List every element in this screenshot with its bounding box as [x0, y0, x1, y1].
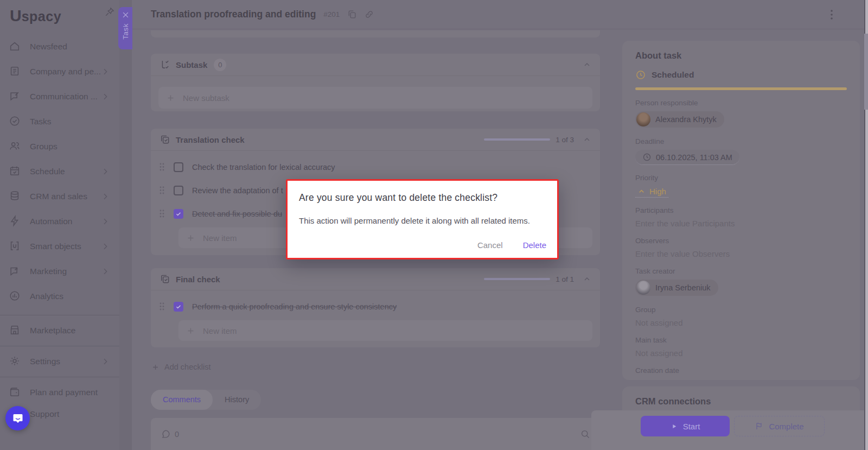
- marketplace-icon: [9, 324, 22, 337]
- about-task-title: About task: [635, 50, 847, 61]
- drag-handle-icon[interactable]: [159, 210, 164, 218]
- checklist-item-text: Check the translation for lexical accura…: [192, 163, 335, 172]
- checklist-item-text: Perform a quick proofreading and ensure …: [192, 302, 397, 311]
- chevron-up-icon[interactable]: [583, 135, 591, 144]
- crm-connections-title: CRM connections: [635, 396, 847, 407]
- sidebar-item-newsfeed[interactable]: Newsfeed: [0, 34, 119, 59]
- checklist-header: Translation check 1 of 3: [151, 129, 600, 151]
- drag-handle-icon[interactable]: [159, 163, 164, 171]
- chat-bubble-icon: [11, 412, 24, 425]
- support-chat-button[interactable]: [5, 406, 30, 430]
- sidebar-item-plan-payment[interactable]: Plan and payment: [0, 377, 119, 402]
- task-tab-label: Task: [122, 23, 130, 40]
- new-item-input[interactable]: [203, 326, 585, 335]
- sidebar-item-automation[interactable]: Automation: [0, 209, 119, 234]
- sidebar-item-marketing[interactable]: Marketing: [0, 259, 119, 284]
- delete-button[interactable]: Delete: [523, 240, 546, 250]
- delete-checklist-dialog: Are you sure you want to delete the chec…: [286, 179, 559, 259]
- subtask-icon: [159, 59, 170, 70]
- field-label: Main task: [635, 336, 847, 344]
- chevron-right-icon: [101, 217, 110, 226]
- more-options-icon[interactable]: [827, 9, 837, 21]
- tasks-icon: [9, 115, 22, 128]
- tab-history[interactable]: History: [213, 390, 261, 410]
- add-checklist-button[interactable]: Add checklist: [151, 363, 210, 371]
- close-icon[interactable]: [122, 11, 130, 19]
- sidebar-item-schedule[interactable]: Schedule: [0, 159, 119, 184]
- sidebar-item-settings[interactable]: Settings: [0, 346, 119, 371]
- chevron-up-icon[interactable]: [583, 60, 591, 69]
- field-label: Person responsible: [635, 99, 847, 107]
- sidebar-item-analytics[interactable]: Analytics: [0, 284, 119, 309]
- priority-chip[interactable]: High: [635, 186, 668, 198]
- field-label: Priority: [635, 174, 847, 182]
- sidebar-item-marketplace[interactable]: Marketplace: [0, 315, 119, 340]
- sidebar-item-groups[interactable]: Groups: [0, 134, 119, 159]
- field-label: Creation date: [635, 366, 847, 375]
- sidebar-item-label: Schedule: [30, 167, 101, 176]
- sidebar-item-smart-objects[interactable]: Smart objects: [0, 234, 119, 259]
- observers-placeholder[interactable]: Enter the value Observers: [635, 249, 847, 258]
- checklist-icon: [159, 274, 170, 284]
- analytics-icon: [9, 290, 22, 303]
- sidebar-item-tasks[interactable]: Tasks: [0, 109, 119, 134]
- comment-bubble-icon: [161, 429, 171, 439]
- avatar: [636, 112, 650, 126]
- status-row: Scheduled: [635, 69, 847, 80]
- scrollbar-thumb[interactable]: [864, 34, 868, 110]
- complete-button[interactable]: Complete: [734, 416, 825, 436]
- complete-label: Complete: [769, 422, 803, 431]
- drag-handle-icon[interactable]: [159, 186, 164, 194]
- comments-history-tabs: Comments History: [151, 390, 261, 410]
- scrollbar-track[interactable]: [864, 0, 868, 450]
- person-name: Alexandra Khytyk: [655, 115, 717, 124]
- search-icon[interactable]: [580, 429, 590, 439]
- sidebar-item-label: Smart objects: [30, 242, 101, 251]
- start-button[interactable]: Start: [641, 416, 730, 436]
- subtask-count-badge: 0: [214, 59, 226, 71]
- checkbox-unchecked[interactable]: [174, 186, 183, 195]
- link-icon[interactable]: [364, 9, 374, 20]
- crm-database-icon: [9, 190, 22, 203]
- tab-comments[interactable]: Comments: [151, 390, 213, 410]
- copy-icon[interactable]: [347, 9, 357, 20]
- task-creator-chip[interactable]: Iryna Serbeniuk: [635, 280, 718, 296]
- checklist-progress-label: 1 of 1: [556, 275, 574, 283]
- comment-count: 0: [161, 429, 179, 439]
- checklist-progress-bar: [484, 278, 550, 280]
- new-subtask-input[interactable]: [183, 93, 585, 103]
- lightning-icon: [9, 215, 22, 228]
- drag-handle-icon[interactable]: [159, 302, 164, 310]
- play-icon: [671, 423, 678, 430]
- person-responsible-chip[interactable]: Alexandra Khytyk: [635, 111, 724, 128]
- checkbox-unchecked[interactable]: [174, 162, 183, 172]
- task-action-bar: Start Complete: [591, 410, 868, 450]
- pin-sidebar-icon[interactable]: [104, 7, 115, 17]
- subtask-header: Subtask 0: [151, 54, 600, 76]
- gear-icon: [9, 355, 22, 368]
- sidebar-item-crm[interactable]: CRM and sales: [0, 184, 119, 209]
- task-panel-tab[interactable]: Task: [118, 7, 132, 49]
- clock-icon: [635, 69, 646, 80]
- group-value: Not assigned: [635, 318, 847, 327]
- uspacy-logo: Uspacy: [10, 7, 61, 25]
- task-header: Translation proofreading and editing #20…: [132, 0, 868, 29]
- checkbox-checked[interactable]: [174, 302, 183, 312]
- cancel-button[interactable]: Cancel: [477, 240, 503, 250]
- field-label: Task creator: [635, 267, 847, 275]
- checklist-header: Final check 1 of 1: [151, 268, 600, 290]
- deadline-chip[interactable]: 06.10.2025, 11:03 AM: [635, 150, 739, 165]
- sidebar-item-company[interactable]: Company and pe...: [0, 59, 119, 84]
- sidebar-item-communication[interactable]: Communication ...: [0, 84, 119, 109]
- field-label: Participants: [635, 206, 847, 214]
- chevron-up-icon[interactable]: [583, 275, 591, 283]
- chevron-right-icon: [101, 192, 110, 201]
- company-icon: [9, 65, 22, 78]
- wallet-icon: [9, 386, 22, 399]
- flag-icon: [755, 422, 763, 430]
- status-label: Scheduled: [652, 70, 694, 80]
- sidebar-item-label: Analytics: [30, 291, 110, 301]
- checklist-title: Final check: [176, 275, 220, 284]
- checkbox-checked[interactable]: [174, 209, 183, 219]
- participants-placeholder[interactable]: Enter the value Participants: [635, 219, 847, 228]
